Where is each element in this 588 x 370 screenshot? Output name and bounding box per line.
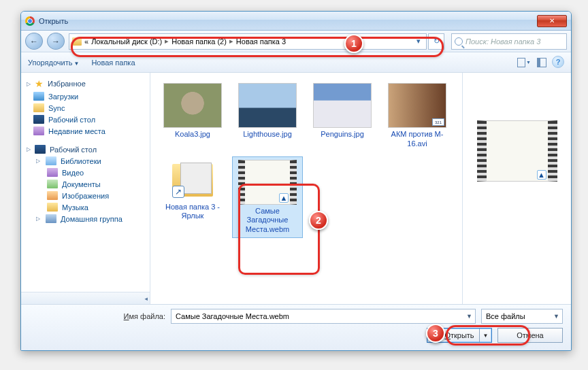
file-filter-select[interactable]: Все файлы ▼ xyxy=(481,309,563,324)
file-name: Новая папка 3 - Ярлык xyxy=(161,203,225,222)
open-split-dropdown[interactable]: ▼ xyxy=(479,329,491,342)
sidebar-item-desktop[interactable]: Рабочий стол xyxy=(24,114,147,125)
breadcrumb-segment[interactable]: Новая папка 3 xyxy=(236,37,286,46)
folder-shortcut-thumbnail: ↗ xyxy=(168,160,217,201)
video-thumbnail: 321 xyxy=(388,83,446,128)
organize-menu[interactable]: Упорядочить▼ xyxy=(28,58,79,67)
chevron-down-icon[interactable]: ▼ xyxy=(466,313,472,320)
sidebar-favorites-header[interactable]: ▷★Избранное xyxy=(24,77,147,90)
file-item[interactable]: Lighthouse.jpg xyxy=(232,80,303,152)
new-folder-button[interactable]: Новая папка xyxy=(91,58,135,67)
star-icon: ★ xyxy=(35,78,44,89)
mpc-badge: 321 xyxy=(432,118,444,126)
breadcrumb-dropdown[interactable]: ▾ xyxy=(414,37,423,46)
play-overlay-icon: ▲ xyxy=(279,193,289,203)
images-icon xyxy=(47,191,58,200)
file-name: АКМ против M-16.avi xyxy=(385,130,449,149)
file-item[interactable]: ↗ Новая папка 3 - Ярлык xyxy=(157,156,228,238)
file-name: Lighthouse.jpg xyxy=(243,130,292,139)
annotation-badge-3: 3 xyxy=(426,324,445,343)
file-name: Самые Загадочные Места.webm xyxy=(235,207,299,235)
downloads-icon xyxy=(33,92,44,101)
file-item[interactable]: Penguins.jpg xyxy=(307,80,378,152)
file-item-selected[interactable]: ▲ Самые Загадочные Места.webm xyxy=(232,156,303,238)
sidebar-item-documents[interactable]: Документы xyxy=(24,178,147,190)
search-placeholder: Поиск: Новая папка 3 xyxy=(466,37,540,46)
search-icon xyxy=(455,37,463,46)
dialog-body: ▷★Избранное Загрузки Sync Рабочий стол Н… xyxy=(21,73,571,304)
breadcrumb-bar[interactable]: « Локальный диск (D:) ▸ Новая папка (2) … xyxy=(69,33,427,50)
filename-label: ИИмя файла:мя файла: xyxy=(29,312,165,320)
help-button[interactable]: ? xyxy=(552,56,564,68)
desktop-icon xyxy=(35,145,46,154)
sidebar: ▷★Избранное Загрузки Sync Рабочий стол Н… xyxy=(21,73,150,304)
file-name: Penguins.jpg xyxy=(321,130,364,139)
folder-icon xyxy=(72,37,82,46)
filename-value: Самые Загадочные Места.webm xyxy=(176,312,289,320)
cancel-button[interactable]: Отмена xyxy=(497,328,563,343)
image-thumbnail xyxy=(238,83,297,128)
desktop-icon xyxy=(33,115,44,124)
sidebar-desktop-header[interactable]: ▷Рабочий стол xyxy=(24,144,147,155)
nav-row: ← → « Локальный диск (D:) ▸ Новая папка … xyxy=(21,31,571,52)
window-title: Открыть xyxy=(39,17,68,25)
preview-pane-toggle[interactable] xyxy=(534,56,549,69)
back-button[interactable]: ← xyxy=(25,33,43,50)
sidebar-item-images[interactable]: Изображения xyxy=(24,190,147,201)
homegroup-icon xyxy=(46,214,56,223)
preview-pane: ▲ xyxy=(462,73,571,304)
breadcrumb-prefix: « xyxy=(84,37,88,46)
chevron-down-icon[interactable]: ▼ xyxy=(553,313,559,320)
sidebar-item-music[interactable]: Музыка xyxy=(24,201,147,213)
file-pane: Koala3.jpg Lighthouse.jpg Penguins.jpg 3… xyxy=(150,73,571,304)
video-thumbnail: ▲ xyxy=(238,160,297,205)
search-input[interactable]: Поиск: Новая папка 3 xyxy=(451,33,567,50)
file-item[interactable]: Koala3.jpg xyxy=(157,80,228,152)
file-name: Koala3.jpg xyxy=(175,130,210,139)
chevron-right-icon: ▸ xyxy=(227,37,236,46)
sidebar-item-recent[interactable]: Недавние места xyxy=(24,125,147,137)
filename-input[interactable]: Самые Загадочные Места.webm ▼ xyxy=(171,309,476,324)
dialog-footer: ИИмя файла:мя файла: Самые Загадочные Ме… xyxy=(21,304,571,350)
libraries-icon xyxy=(46,156,56,165)
sidebar-item-video[interactable]: Видео xyxy=(24,167,147,178)
file-item[interactable]: 321 АКМ против M-16.avi xyxy=(382,80,453,152)
refresh-button[interactable]: ↻ xyxy=(428,33,444,50)
chrome-icon xyxy=(25,16,35,26)
forward-button[interactable]: → xyxy=(47,33,65,50)
sync-icon xyxy=(33,103,44,112)
shortcut-arrow-icon: ↗ xyxy=(172,186,184,198)
breadcrumb-wrap: « Локальный диск (D:) ▸ Новая папка (2) … xyxy=(69,33,444,50)
filter-value: Все файлы xyxy=(486,312,525,320)
sidebar-libraries-header[interactable]: ▷Библиотеки xyxy=(24,155,147,167)
titlebar: Открыть ✕ xyxy=(21,12,571,31)
music-icon xyxy=(47,203,58,212)
documents-icon xyxy=(47,180,58,188)
file-list[interactable]: Koala3.jpg Lighthouse.jpg Penguins.jpg 3… xyxy=(150,73,462,304)
sidebar-scroll[interactable]: ▴ xyxy=(21,292,150,304)
chevron-right-icon: ▸ xyxy=(162,37,172,46)
open-dialog: Открыть ✕ ← → « Локальный диск (D:) ▸ Но… xyxy=(20,11,572,351)
image-thumbnail xyxy=(313,83,372,128)
window-buttons: ✕ xyxy=(536,15,567,27)
view-menu[interactable]: ▼ xyxy=(517,56,532,69)
video-icon xyxy=(47,168,58,177)
sidebar-item-homegroup[interactable]: ▷Домашняя группа xyxy=(24,213,147,224)
breadcrumb-segment[interactable]: Локальный диск (D:) xyxy=(91,37,162,46)
annotation-badge-1: 1 xyxy=(344,34,363,53)
close-button[interactable]: ✕ xyxy=(537,15,567,27)
breadcrumb-segment[interactable]: Новая папка (2) xyxy=(172,37,227,46)
annotation-badge-2: 2 xyxy=(309,211,328,230)
sidebar-item-sync[interactable]: Sync xyxy=(24,102,147,114)
sidebar-item-downloads[interactable]: Загрузки xyxy=(24,90,147,102)
toolbar: Упорядочить▼ Новая папка ▼ ? xyxy=(21,52,571,73)
preview-thumbnail: ▲ xyxy=(477,120,557,182)
recent-icon xyxy=(33,127,44,135)
play-overlay-icon: ▲ xyxy=(537,170,546,180)
image-thumbnail xyxy=(163,83,222,128)
